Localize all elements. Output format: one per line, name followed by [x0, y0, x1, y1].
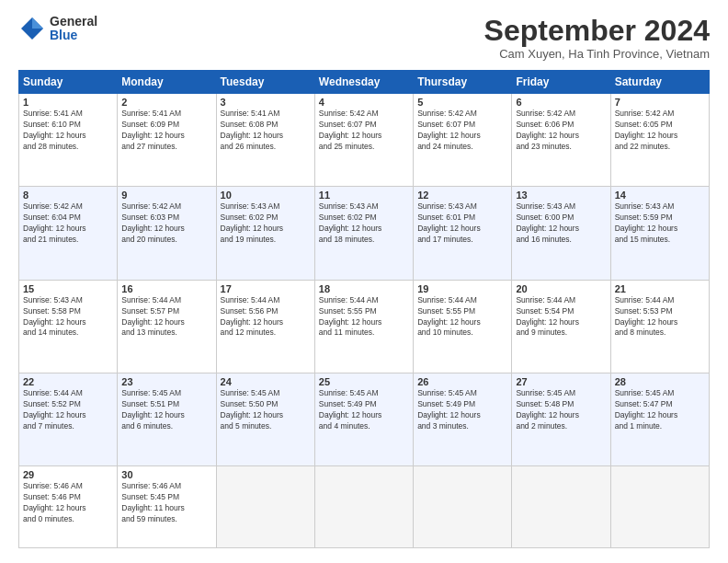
day-number: 26	[417, 376, 507, 387]
table-row: 14Sunrise: 5:43 AMSunset: 5:59 PMDayligh…	[610, 187, 709, 280]
day-info: Sunrise: 5:45 AMSunset: 5:49 PMDaylight:…	[417, 388, 507, 432]
day-number: 28	[615, 376, 705, 387]
day-number: 27	[516, 376, 606, 387]
logo: General Blue	[18, 15, 97, 43]
table-row: 2Sunrise: 5:41 AMSunset: 6:09 PMDaylight…	[118, 94, 216, 187]
day-info: Sunrise: 5:43 AMSunset: 6:02 PMDaylight:…	[319, 201, 409, 246]
table-row: 22Sunrise: 5:44 AMSunset: 5:52 PMDayligh…	[19, 373, 118, 466]
calendar-week-row: 8Sunrise: 5:42 AMSunset: 6:04 PMDaylight…	[19, 187, 710, 280]
table-row: 30Sunrise: 5:46 AMSunset: 5:45 PMDayligh…	[118, 466, 216, 548]
day-info: Sunrise: 5:46 AMSunset: 5:45 PMDaylight:…	[121, 481, 211, 525]
day-number: 1	[23, 97, 113, 108]
day-info: Sunrise: 5:44 AMSunset: 5:55 PMDaylight:…	[319, 295, 409, 339]
col-friday: Friday	[512, 71, 610, 94]
table-row: 28Sunrise: 5:45 AMSunset: 5:47 PMDayligh…	[610, 373, 709, 466]
day-number: 25	[319, 376, 409, 387]
calendar-week-row: 22Sunrise: 5:44 AMSunset: 5:52 PMDayligh…	[19, 373, 710, 466]
table-row: 15Sunrise: 5:43 AMSunset: 5:58 PMDayligh…	[19, 280, 118, 373]
day-number: 21	[615, 283, 705, 294]
table-row: 18Sunrise: 5:44 AMSunset: 5:55 PMDayligh…	[314, 280, 413, 373]
col-tuesday: Tuesday	[216, 71, 314, 94]
day-info: Sunrise: 5:45 AMSunset: 5:50 PMDaylight:…	[221, 388, 311, 432]
table-row: 17Sunrise: 5:44 AMSunset: 5:56 PMDayligh…	[216, 280, 314, 373]
day-number: 24	[221, 376, 311, 387]
table-row: 5Sunrise: 5:42 AMSunset: 6:07 PMDaylight…	[414, 94, 512, 187]
table-row: 27Sunrise: 5:45 AMSunset: 5:48 PMDayligh…	[512, 373, 610, 466]
day-number: 9	[121, 190, 211, 201]
day-number: 22	[23, 376, 113, 387]
day-info: Sunrise: 5:42 AMSunset: 6:07 PMDaylight:…	[319, 109, 409, 153]
day-info: Sunrise: 5:44 AMSunset: 5:52 PMDaylight:…	[23, 388, 113, 432]
table-row: 13Sunrise: 5:43 AMSunset: 6:00 PMDayligh…	[512, 187, 610, 280]
table-row: 4Sunrise: 5:42 AMSunset: 6:07 PMDaylight…	[314, 94, 413, 187]
table-row: 3Sunrise: 5:41 AMSunset: 6:08 PMDaylight…	[216, 94, 314, 187]
day-info: Sunrise: 5:45 AMSunset: 5:51 PMDaylight:…	[121, 388, 211, 432]
table-row: 20Sunrise: 5:44 AMSunset: 5:54 PMDayligh…	[512, 280, 610, 373]
logo-blue-text: Blue	[50, 29, 97, 42]
day-info: Sunrise: 5:44 AMSunset: 5:55 PMDaylight:…	[417, 295, 507, 339]
day-number: 20	[516, 283, 606, 294]
month-title: September 2024	[484, 15, 710, 47]
table-row: 7Sunrise: 5:42 AMSunset: 6:05 PMDaylight…	[610, 94, 709, 187]
col-wednesday: Wednesday	[314, 71, 413, 94]
header: General Blue September 2024 Cam Xuyen, H…	[18, 15, 710, 61]
day-number: 16	[121, 283, 211, 294]
day-number: 29	[23, 469, 113, 480]
day-info: Sunrise: 5:42 AMSunset: 6:04 PMDaylight:…	[23, 201, 113, 246]
table-row: 26Sunrise: 5:45 AMSunset: 5:49 PMDayligh…	[414, 373, 512, 466]
day-number: 5	[417, 97, 507, 108]
table-row: 9Sunrise: 5:42 AMSunset: 6:03 PMDaylight…	[118, 187, 216, 280]
table-row: 24Sunrise: 5:45 AMSunset: 5:50 PMDayligh…	[216, 373, 314, 466]
col-sunday: Sunday	[19, 71, 118, 94]
day-info: Sunrise: 5:41 AMSunset: 6:10 PMDaylight:…	[23, 109, 113, 153]
day-info: Sunrise: 5:45 AMSunset: 5:47 PMDaylight:…	[615, 388, 705, 432]
day-info: Sunrise: 5:42 AMSunset: 6:03 PMDaylight:…	[121, 201, 211, 246]
table-row: 12Sunrise: 5:43 AMSunset: 6:01 PMDayligh…	[414, 187, 512, 280]
calendar-week-row: 29Sunrise: 5:46 AMSunset: 5:46 PMDayligh…	[19, 466, 710, 548]
table-row: 16Sunrise: 5:44 AMSunset: 5:57 PMDayligh…	[118, 280, 216, 373]
col-saturday: Saturday	[610, 71, 709, 94]
col-monday: Monday	[118, 71, 216, 94]
title-block: September 2024 Cam Xuyen, Ha Tinh Provin…	[484, 15, 710, 61]
calendar-week-row: 1Sunrise: 5:41 AMSunset: 6:10 PMDaylight…	[19, 94, 710, 187]
page: General Blue September 2024 Cam Xuyen, H…	[0, 0, 728, 563]
day-number: 4	[319, 97, 409, 108]
table-row: 21Sunrise: 5:44 AMSunset: 5:53 PMDayligh…	[610, 280, 709, 373]
day-number: 12	[417, 190, 507, 201]
day-number: 11	[319, 190, 409, 201]
table-row	[216, 466, 314, 548]
day-number: 8	[23, 190, 113, 201]
day-info: Sunrise: 5:46 AMSunset: 5:46 PMDaylight:…	[23, 481, 113, 525]
table-row	[414, 466, 512, 548]
logo-icon	[18, 15, 46, 42]
day-number: 7	[615, 97, 705, 108]
day-info: Sunrise: 5:42 AMSunset: 6:07 PMDaylight:…	[417, 109, 507, 153]
svg-marker-1	[32, 17, 43, 29]
day-info: Sunrise: 5:45 AMSunset: 5:49 PMDaylight:…	[319, 388, 409, 432]
day-info: Sunrise: 5:45 AMSunset: 5:48 PMDaylight:…	[516, 388, 606, 432]
table-row: 11Sunrise: 5:43 AMSunset: 6:02 PMDayligh…	[314, 187, 413, 280]
day-info: Sunrise: 5:41 AMSunset: 6:08 PMDaylight:…	[221, 109, 311, 153]
day-number: 30	[121, 469, 211, 480]
day-number: 23	[121, 376, 211, 387]
day-number: 18	[319, 283, 409, 294]
table-row	[610, 466, 709, 548]
table-row: 10Sunrise: 5:43 AMSunset: 6:02 PMDayligh…	[216, 187, 314, 280]
day-info: Sunrise: 5:42 AMSunset: 6:05 PMDaylight:…	[615, 109, 705, 153]
day-number: 10	[221, 190, 311, 201]
table-row: 8Sunrise: 5:42 AMSunset: 6:04 PMDaylight…	[19, 187, 118, 280]
day-number: 17	[221, 283, 311, 294]
logo-text: General Blue	[50, 15, 97, 43]
table-row: 6Sunrise: 5:42 AMSunset: 6:06 PMDaylight…	[512, 94, 610, 187]
day-info: Sunrise: 5:44 AMSunset: 5:53 PMDaylight:…	[615, 295, 705, 339]
day-number: 15	[23, 283, 113, 294]
day-info: Sunrise: 5:43 AMSunset: 6:01 PMDaylight:…	[417, 201, 507, 246]
table-row: 29Sunrise: 5:46 AMSunset: 5:46 PMDayligh…	[19, 466, 118, 548]
calendar-header-row: Sunday Monday Tuesday Wednesday Thursday…	[19, 71, 710, 94]
day-number: 3	[221, 97, 311, 108]
calendar-week-row: 15Sunrise: 5:43 AMSunset: 5:58 PMDayligh…	[19, 280, 710, 373]
table-row: 19Sunrise: 5:44 AMSunset: 5:55 PMDayligh…	[414, 280, 512, 373]
day-info: Sunrise: 5:44 AMSunset: 5:57 PMDaylight:…	[121, 295, 211, 339]
day-info: Sunrise: 5:43 AMSunset: 6:02 PMDaylight:…	[221, 201, 311, 246]
day-number: 13	[516, 190, 606, 201]
